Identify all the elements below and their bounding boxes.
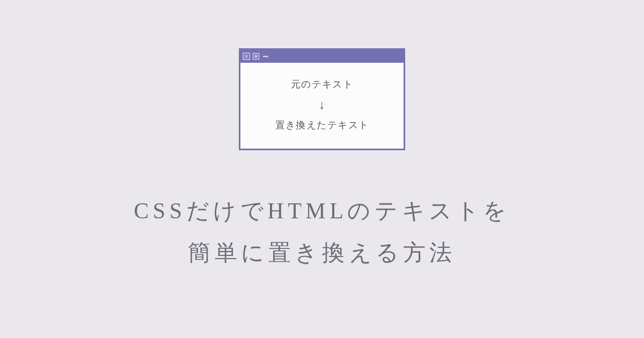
replaced-text-label: 置き換えたテキスト bbox=[275, 119, 369, 131]
window-illustration: 元のテキスト ↓ 置き換えたテキスト bbox=[239, 48, 405, 150]
window-body: 元のテキスト ↓ 置き換えたテキスト bbox=[240, 63, 404, 149]
original-text-label: 元のテキスト bbox=[291, 78, 354, 91]
article-headline: CSSだけでHTMLのテキストを 簡単に置き換える方法 bbox=[134, 190, 510, 274]
window-titlebar bbox=[240, 50, 404, 63]
down-arrow-icon: ↓ bbox=[319, 98, 325, 111]
svg-rect-5 bbox=[263, 56, 268, 57]
svg-rect-4 bbox=[255, 55, 258, 57]
headline-line-1: CSSだけでHTMLのテキストを bbox=[134, 199, 510, 223]
minimize-icon bbox=[262, 53, 269, 60]
close-icon bbox=[243, 53, 250, 60]
headline-line-2: 簡単に置き換える方法 bbox=[188, 240, 456, 265]
maximize-icon bbox=[252, 53, 260, 60]
